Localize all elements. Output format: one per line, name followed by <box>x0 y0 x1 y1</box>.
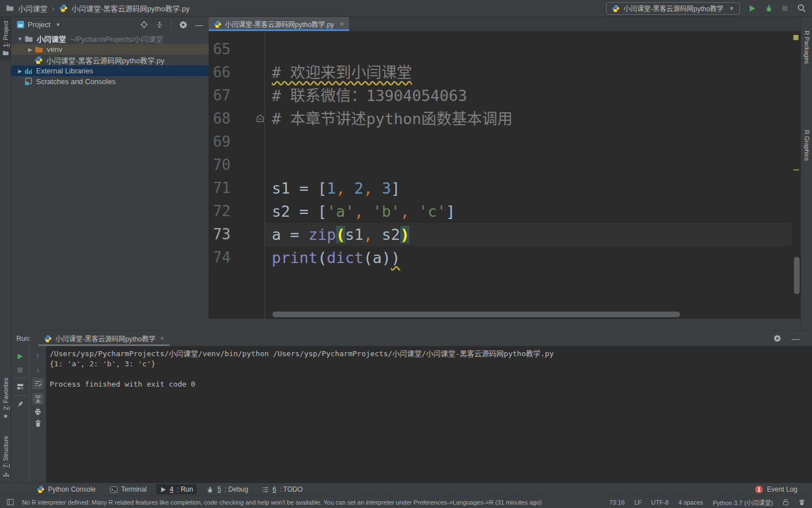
python-interpreter[interactable]: Python 3.7 (小闫课堂) <box>713 498 773 507</box>
gear-icon[interactable] <box>773 334 782 343</box>
status-message[interactable]: No R interpreter defined: Many R related… <box>22 499 542 506</box>
code-area[interactable]: # 欢迎来到小闫课堂# 联系微信：13904054063# 本章节讲述pytho… <box>265 32 792 319</box>
debug-icon <box>206 486 214 493</box>
gear-icon[interactable] <box>179 20 188 29</box>
chevron-down-icon[interactable]: ▼ <box>55 22 60 28</box>
inspection-profile-icon[interactable] <box>798 498 805 506</box>
toolwindow-tab-python-console[interactable]: Python Console <box>33 484 100 494</box>
project-tree-row[interactable]: 小闫课堂-黑客云源码网pytho教学.py <box>11 55 209 65</box>
restore-layout-icon[interactable] <box>16 383 24 391</box>
debug-button[interactable] <box>765 4 773 12</box>
hide-panel-icon[interactable]: — <box>195 20 203 29</box>
fold-marker-icon[interactable] <box>256 114 264 122</box>
breadcrumb-project[interactable]: 小闫课堂 <box>18 3 47 14</box>
code-line[interactable]: # 欢迎来到小闫课堂 <box>265 61 792 84</box>
code-line[interactable] <box>265 130 792 154</box>
vertical-scrollbar[interactable] <box>794 257 800 294</box>
libraries-icon <box>24 67 33 75</box>
project-toolwindow-icon <box>17 21 24 28</box>
collapse-all-icon[interactable] <box>156 21 164 29</box>
project-tree-row[interactable]: ▼小闫课堂~/PycharmProjects/小闫课堂 <box>11 33 209 44</box>
editor-area: 小闫课堂-黑客云源码网pytho教学.py × 6566676869707172… <box>209 17 801 319</box>
up-stacktrace-icon[interactable]: ↑ <box>36 351 40 361</box>
python-file-icon <box>59 4 68 12</box>
line-number[interactable]: 72 <box>209 200 264 223</box>
code-token: ( <box>317 249 326 266</box>
code-line[interactable]: s1 = [1, 2, 3] <box>265 177 792 200</box>
stop-button[interactable] <box>17 367 23 373</box>
tool-stripe-favorites[interactable]: 2: Favorites ★ <box>0 374 11 424</box>
code-line[interactable]: # 本章节讲述python函数基本调用 <box>265 107 792 130</box>
line-number[interactable]: 65 <box>209 38 264 61</box>
project-tree-row[interactable]: ▶venv <box>11 44 209 55</box>
mnemonic-number: 4 <box>170 485 174 493</box>
line-number[interactable]: 70 <box>209 154 264 177</box>
tool-stripe-structure[interactable]: 7: Structure <box>0 432 11 481</box>
line-separator[interactable]: LF <box>634 499 642 506</box>
rerun-button[interactable] <box>16 353 24 360</box>
code-line[interactable]: a = zip(s1, s2) <box>265 223 792 246</box>
bottom-toolwindow-bar: Python ConsoleTerminal4: Run5: Debug6: T… <box>0 483 812 496</box>
tree-expander-icon[interactable]: ▼ <box>16 36 24 42</box>
code-token: print <box>272 249 317 266</box>
line-number[interactable]: 74 <box>209 246 264 269</box>
breadcrumb-file[interactable]: 小闫课堂-黑客云源码网pytho教学.py <box>72 3 189 14</box>
toolwindow-tab-run[interactable]: 4: Run <box>156 484 197 494</box>
tool-stripe-r-graphics[interactable]: R Graphics <box>804 130 810 161</box>
run-tool-window: Run: 小闫课堂-黑客云源码网pytho教学 × — ↑ ↓ /Use <box>11 330 812 483</box>
caret-position[interactable]: 73:16 <box>609 499 625 506</box>
code-line[interactable]: # 联系微信：13904054063 <box>265 84 792 107</box>
tree-expander-icon[interactable]: ▶ <box>16 68 24 74</box>
line-number[interactable]: 66 <box>209 61 264 84</box>
indent-setting[interactable]: 4 spaces <box>678 499 703 506</box>
code-token: # 联系微信：13904054063 <box>272 87 467 104</box>
toolwindow-tab-debug[interactable]: 5: Debug <box>202 484 252 494</box>
code-line[interactable] <box>265 154 792 177</box>
warning-stripe-mark <box>793 169 799 170</box>
project-view-title[interactable]: Project <box>28 20 50 29</box>
soft-wrap-icon[interactable] <box>32 378 44 389</box>
locate-file-icon[interactable] <box>140 20 148 29</box>
run-button[interactable] <box>748 5 756 12</box>
stop-button[interactable] <box>782 5 788 12</box>
scroll-to-end-icon[interactable] <box>32 393 44 405</box>
title-bar: 小闫课堂 › 小闫课堂-黑客云源码网pytho教学.py 小闫课堂-黑客云源码网… <box>0 0 812 17</box>
notification-badge: 1 <box>755 485 763 493</box>
close-icon[interactable]: × <box>339 20 344 28</box>
clear-all-icon[interactable] <box>34 419 42 427</box>
code-token: # 本章节讲述python函数基本调用 <box>272 110 513 128</box>
down-stacktrace-icon[interactable]: ↓ <box>36 364 40 374</box>
lock-icon[interactable] <box>783 498 789 506</box>
run-configuration-select[interactable]: 小闫课堂-黑客云源码网pytho教学 ▼ <box>606 2 740 15</box>
tool-stripe-project[interactable]: 1: Project <box>0 17 11 60</box>
run-console-output[interactable]: /Users/ysp/PycharmProjects/小闫课堂/venv/bin… <box>46 346 812 483</box>
code-line[interactable] <box>265 38 792 61</box>
project-tree-row[interactable]: Scratches and Consoles <box>11 76 209 87</box>
chevron-down-icon: ▼ <box>729 6 734 11</box>
line-number[interactable]: 71 <box>209 177 264 200</box>
print-icon[interactable] <box>34 408 42 416</box>
line-number[interactable]: 67 <box>209 84 264 107</box>
horizontal-scrollbar[interactable] <box>272 312 680 317</box>
editor-body[interactable]: 65666768697071727374 # 欢迎来到小闫课堂# 联系微信：13… <box>209 32 801 319</box>
code-line[interactable]: s2 = ['a', 'b', 'c'] <box>265 200 792 223</box>
tree-expander-icon[interactable]: ▶ <box>26 47 34 52</box>
pin-icon[interactable] <box>16 400 24 408</box>
search-everywhere-icon[interactable] <box>797 3 806 13</box>
toolwindow-toggle-icon[interactable] <box>7 498 14 506</box>
code-token <box>373 179 382 197</box>
console-line: {1: 'a', 2: 'b', 3: 'c'} <box>50 359 812 369</box>
editor-tab[interactable]: 小闫课堂-黑客云源码网pytho教学.py × <box>209 17 349 31</box>
hide-panel-icon[interactable]: — <box>792 334 800 343</box>
event-log-button[interactable]: 1 Event Log <box>755 485 812 493</box>
tool-stripe-r-packages[interactable]: R Packages <box>804 30 810 64</box>
run-tab[interactable]: 小闫课堂-黑客云源码网pytho教学 × <box>38 331 170 346</box>
close-icon[interactable]: × <box>160 334 165 343</box>
toolwindow-tab-todo[interactable]: 6: TODO <box>258 484 307 494</box>
toolwindow-tab-terminal[interactable]: Terminal <box>105 484 151 495</box>
line-number[interactable]: 69 <box>209 130 264 154</box>
line-number[interactable]: 73 <box>209 223 264 246</box>
code-line[interactable]: print(dict(a)) <box>265 246 792 269</box>
file-encoding[interactable]: UTF-8 <box>651 499 669 506</box>
project-tree-row[interactable]: ▶External Libraries <box>11 65 209 76</box>
